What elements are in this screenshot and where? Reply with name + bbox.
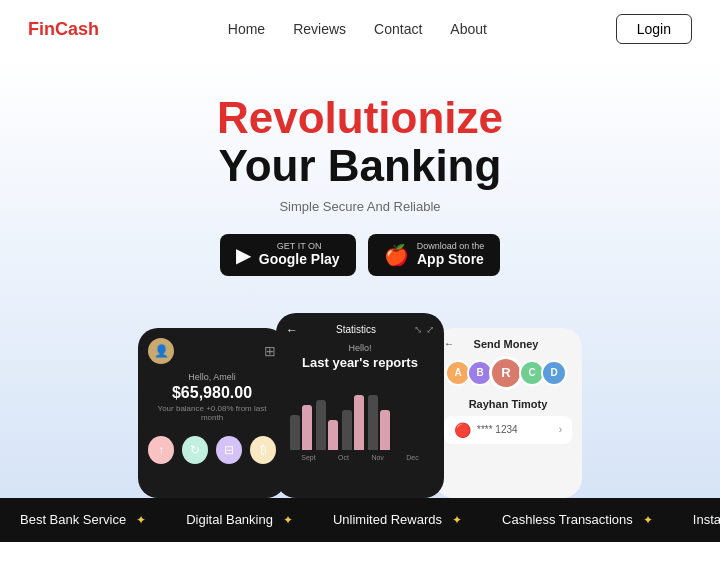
- nav-reviews[interactable]: Reviews: [293, 21, 346, 37]
- bar-dec-pink: [380, 410, 390, 450]
- ticker-label: Digital Banking: [186, 512, 273, 527]
- bar-nov-dark: [342, 410, 352, 450]
- chart-labels: Sept Oct Nov Dec: [286, 450, 434, 461]
- app-store-badge[interactable]: 🍎 Download on the App Store: [368, 234, 501, 276]
- back-arrow-icon[interactable]: ←: [286, 323, 298, 337]
- mastercard-icon: 🔴: [454, 422, 471, 438]
- label-nov: Nov: [371, 454, 383, 461]
- user-avatar: 👤: [148, 338, 174, 364]
- phone-left: 👤 ⊞ Hello, Ameli $65,980.00 Your balance…: [138, 328, 286, 498]
- back-arrow-right-icon[interactable]: ←: [444, 338, 454, 349]
- recipients-row: A B R C D: [444, 360, 572, 390]
- stats-greeting: Hello!: [286, 343, 434, 353]
- bar-oct-dark: [316, 400, 326, 450]
- label-dec: Dec: [406, 454, 418, 461]
- ticker-star-icon: ✦: [643, 513, 653, 527]
- bar-nov-pink: [354, 395, 364, 450]
- app-store-top: Download on the: [417, 242, 485, 251]
- nav-home[interactable]: Home: [228, 21, 265, 37]
- google-play-bottom: Google Play: [259, 251, 340, 268]
- ticker-item: Cashless Transactions✦: [482, 512, 673, 527]
- send-money-title: Send Money: [474, 338, 539, 350]
- ticker-star-icon: ✦: [283, 513, 293, 527]
- ticker-star-icon: ✦: [452, 513, 462, 527]
- google-play-icon: ▶: [236, 243, 251, 267]
- greeting-text: Hello, Ameli: [148, 372, 276, 382]
- stats-title: Statistics: [298, 324, 414, 335]
- avatar-selected[interactable]: R: [489, 356, 523, 390]
- ticker-bar: Best Bank Service✦Digital Banking✦Unlimi…: [0, 498, 720, 542]
- phone-center: ← Statistics ⤡ ⤢ Hello! Last year's repo…: [276, 313, 444, 498]
- ticker-star-icon: ✦: [136, 513, 146, 527]
- action-icon-3[interactable]: ⊟: [216, 436, 242, 464]
- nav-about[interactable]: About: [450, 21, 487, 37]
- action-icons: ↑ ↻ ⊟ ₿: [148, 436, 276, 464]
- phones-container: 👤 ⊞ Hello, Ameli $65,980.00 Your balance…: [20, 308, 700, 498]
- reports-label: Last year's reports: [286, 355, 434, 370]
- google-play-top: GET IT ON: [259, 242, 340, 251]
- ticker-item: Digital Banking✦: [166, 512, 313, 527]
- action-icon-1[interactable]: ↑: [148, 436, 174, 464]
- ticker-item: Instant Money Transfer✦: [673, 512, 720, 527]
- navbar: FinCash Home Reviews Contact About Login: [0, 0, 720, 58]
- ticker-label: Best Bank Service: [20, 512, 126, 527]
- label-oct: Oct: [338, 454, 349, 461]
- hero-line2: Your Banking: [219, 141, 502, 190]
- ticker-inner: Best Bank Service✦Digital Banking✦Unlimi…: [0, 512, 720, 527]
- app-badges: ▶ GET IT ON Google Play 🍎 Download on th…: [20, 234, 700, 276]
- expand-icon-2[interactable]: ⤢: [426, 324, 434, 335]
- login-button[interactable]: Login: [616, 14, 692, 44]
- bar-oct-pink: [328, 420, 338, 450]
- ticker-label: Instant Money Transfer: [693, 512, 720, 527]
- ticker-label: Unlimited Rewards: [333, 512, 442, 527]
- grid-icon: ⊞: [264, 343, 276, 359]
- nav-contact[interactable]: Contact: [374, 21, 422, 37]
- ticker-item: Unlimited Rewards✦: [313, 512, 482, 527]
- google-play-badge[interactable]: ▶ GET IT ON Google Play: [220, 234, 356, 276]
- avatar-4[interactable]: D: [541, 360, 567, 386]
- nav-links: Home Reviews Contact About: [228, 21, 487, 37]
- card-display: 🔴 **** 1234 ›: [444, 416, 572, 444]
- ticker-item: Best Bank Service✦: [0, 512, 166, 527]
- phone-right: ← Send Money A B R C D Rayhan Timoty 🔴 *…: [434, 328, 582, 498]
- action-icon-4[interactable]: ₿: [250, 436, 276, 464]
- recipient-name: Rayhan Timoty: [444, 398, 572, 410]
- logo: FinCash: [28, 19, 99, 40]
- balance-subtitle: Your balance +0.08% from last month: [148, 404, 276, 422]
- hero-line1: Revolutionize: [217, 93, 503, 142]
- card-chevron-icon[interactable]: ›: [559, 424, 562, 435]
- ticker-label: Cashless Transactions: [502, 512, 633, 527]
- label-sept: Sept: [301, 454, 315, 461]
- action-icon-2[interactable]: ↻: [182, 436, 208, 464]
- bar-dec-dark: [368, 395, 378, 450]
- app-store-icon: 🍎: [384, 243, 409, 267]
- logo-suffix: Cash: [55, 19, 99, 39]
- bar-chart: [286, 380, 434, 450]
- hero-section: Revolutionize Your Banking Simple Secure…: [0, 58, 720, 498]
- expand-icon-1[interactable]: ⤡: [414, 324, 422, 335]
- bar-sept-pink: [302, 405, 312, 450]
- hero-subtitle: Simple Secure And Reliable: [20, 199, 700, 214]
- bar-sept-dark: [290, 415, 300, 450]
- logo-prefix: Fin: [28, 19, 55, 39]
- hero-heading: Revolutionize Your Banking: [20, 94, 700, 191]
- card-number: **** 1234: [477, 424, 518, 435]
- app-store-bottom: App Store: [417, 251, 485, 268]
- balance-amount: $65,980.00: [148, 384, 276, 402]
